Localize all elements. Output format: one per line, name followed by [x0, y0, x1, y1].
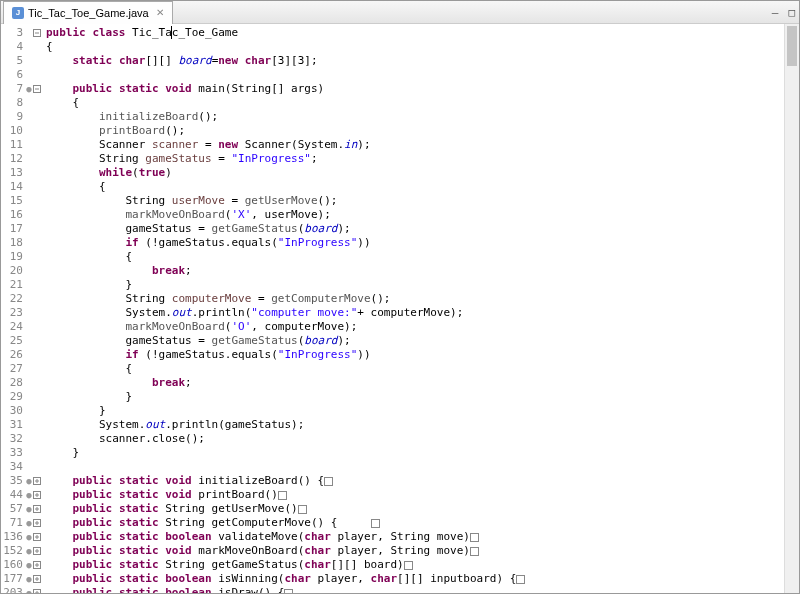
code-text: { — [42, 96, 79, 110]
code-text: scanner.close(); — [42, 432, 205, 446]
line-number: 9 — [1, 110, 26, 124]
code-text: { — [42, 180, 106, 194]
code-text: public static void initializeBoard() { — [42, 474, 333, 488]
code-line[interactable]: 19 { — [1, 250, 784, 264]
code-text: public static void markMoveOnBoard(char … — [42, 544, 479, 558]
code-line[interactable]: 34 — [1, 460, 784, 474]
code-line[interactable]: 17 gameStatus = getGameStatus(board); — [1, 222, 784, 236]
code-line[interactable]: 27 { — [1, 362, 784, 376]
code-line[interactable]: 26 if (!gameStatus.equals("InProgress")) — [1, 348, 784, 362]
maximize-button[interactable]: □ — [788, 6, 795, 19]
fold-toggle — [32, 432, 42, 446]
file-tab[interactable]: J Tic_Tac_Toe_Game.java ✕ — [3, 1, 173, 24]
code-line[interactable]: 31 System.out.println(gameStatus); — [1, 418, 784, 432]
fold-toggle[interactable] — [32, 572, 42, 586]
fold-toggle[interactable] — [32, 474, 42, 488]
code-line[interactable]: 35● public static void initializeBoard()… — [1, 474, 784, 488]
code-line[interactable]: 4{ — [1, 40, 784, 54]
line-number: 160 — [1, 558, 26, 572]
minimize-button[interactable]: — — [772, 6, 779, 19]
code-text: } — [42, 390, 132, 404]
code-line[interactable]: 11 Scanner scanner = new Scanner(System.… — [1, 138, 784, 152]
fold-toggle — [32, 250, 42, 264]
line-number: 152 — [1, 544, 26, 558]
code-line[interactable]: 71● public static String getComputerMove… — [1, 516, 784, 530]
code-line[interactable]: 24 markMoveOnBoard('O', computerMove); — [1, 320, 784, 334]
code-line[interactable]: 152● public static void markMoveOnBoard(… — [1, 544, 784, 558]
code-text: gameStatus = getGameStatus(board); — [42, 222, 351, 236]
code-text: } — [42, 404, 106, 418]
line-number: 7 — [1, 82, 26, 96]
code-line[interactable]: 3public class Tic_Tac_Toe_Game — [1, 26, 784, 40]
code-text: Scanner scanner = new Scanner(System.in)… — [42, 138, 371, 152]
code-text: static char[][] board=new char[3][3]; — [42, 54, 318, 68]
code-line[interactable]: 29 } — [1, 390, 784, 404]
fold-toggle[interactable] — [32, 516, 42, 530]
line-number: 22 — [1, 292, 26, 306]
code-line[interactable]: 6 — [1, 68, 784, 82]
code-line[interactable]: 57● public static String getUserMove() — [1, 502, 784, 516]
fold-toggle — [32, 68, 42, 82]
code-line[interactable]: 9 initializeBoard(); — [1, 110, 784, 124]
fold-toggle — [32, 236, 42, 250]
code-line[interactable]: 14 { — [1, 180, 784, 194]
code-text: } — [42, 446, 79, 460]
line-number: 19 — [1, 250, 26, 264]
code-text: initializeBoard(); — [42, 110, 218, 124]
line-number: 203 — [1, 586, 26, 593]
code-line[interactable]: 18 if (!gameStatus.equals("InProgress")) — [1, 236, 784, 250]
line-number: 17 — [1, 222, 26, 236]
fold-toggle — [32, 194, 42, 208]
vertical-scrollbar[interactable] — [784, 24, 799, 593]
code-line[interactable]: 136● public static boolean validateMove(… — [1, 530, 784, 544]
code-line[interactable]: 13 while(true) — [1, 166, 784, 180]
code-text: public static void main(String[] args) — [42, 82, 324, 96]
fold-toggle — [32, 376, 42, 390]
code-line[interactable]: 8 { — [1, 96, 784, 110]
line-number: 3 — [1, 26, 26, 40]
line-number: 33 — [1, 446, 26, 460]
line-number: 136 — [1, 530, 26, 544]
line-number: 10 — [1, 124, 26, 138]
fold-toggle — [32, 166, 42, 180]
code-line[interactable]: 15 String userMove = getUserMove(); — [1, 194, 784, 208]
scrollbar-thumb[interactable] — [787, 26, 797, 66]
code-line[interactable]: 25 gameStatus = getGameStatus(board); — [1, 334, 784, 348]
fold-toggle[interactable] — [32, 586, 42, 593]
fold-toggle[interactable] — [32, 530, 42, 544]
line-number: 35 — [1, 474, 26, 488]
code-line[interactable]: 22 String computerMove = getComputerMove… — [1, 292, 784, 306]
line-number: 21 — [1, 278, 26, 292]
code-line[interactable]: 5 static char[][] board=new char[3][3]; — [1, 54, 784, 68]
fold-toggle[interactable] — [32, 558, 42, 572]
line-number: 57 — [1, 502, 26, 516]
fold-toggle — [32, 446, 42, 460]
code-line[interactable]: 7● public static void main(String[] args… — [1, 82, 784, 96]
code-line[interactable]: 28 break; — [1, 376, 784, 390]
fold-toggle[interactable] — [32, 26, 42, 40]
code-text: printBoard(); — [42, 124, 185, 138]
fold-toggle[interactable] — [32, 488, 42, 502]
code-text: while(true) — [42, 166, 172, 180]
line-number: 31 — [1, 418, 26, 432]
code-line[interactable]: 33 } — [1, 446, 784, 460]
code-line[interactable]: 177● public static boolean isWinning(cha… — [1, 572, 784, 586]
close-tab-icon[interactable]: ✕ — [156, 7, 164, 18]
code-line[interactable]: 23 System.out.println("computer move:"+ … — [1, 306, 784, 320]
code-line[interactable]: 160● public static String getGameStatus(… — [1, 558, 784, 572]
code-line[interactable]: 16 markMoveOnBoard('X', userMove); — [1, 208, 784, 222]
line-number: 6 — [1, 68, 26, 82]
code-line[interactable]: 44● public static void printBoard() — [1, 488, 784, 502]
code-line[interactable]: 21 } — [1, 278, 784, 292]
code-line[interactable]: 30 } — [1, 404, 784, 418]
fold-toggle[interactable] — [32, 502, 42, 516]
code-line[interactable]: 203● public static boolean isDraw() { — [1, 586, 784, 593]
fold-toggle[interactable] — [32, 82, 42, 96]
fold-toggle — [32, 348, 42, 362]
code-line[interactable]: 20 break; — [1, 264, 784, 278]
code-line[interactable]: 12 String gameStatus = "InProgress"; — [1, 152, 784, 166]
code-line[interactable]: 10 printBoard(); — [1, 124, 784, 138]
code-line[interactable]: 32 scanner.close(); — [1, 432, 784, 446]
code-canvas[interactable]: 3public class Tic_Tac_Toe_Game4{5 static… — [1, 24, 784, 593]
fold-toggle[interactable] — [32, 544, 42, 558]
